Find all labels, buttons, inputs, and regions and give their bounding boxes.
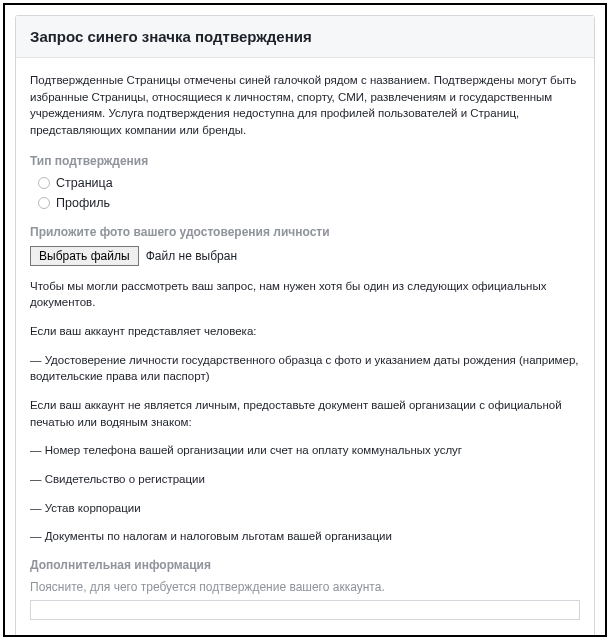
additional-hint: Поясните, для чего требуется подтвержден… [30,579,580,596]
verified-pages-link[interactable]: подтвержденных Страницах [102,636,254,637]
docs-org-heading: Если ваш аккаунт не является личным, пре… [30,397,580,430]
radio-option-profile[interactable]: Профиль [38,194,580,212]
more-info: Подробнее о подтвержденных Страницах. [30,634,580,637]
more-suffix: . [254,636,257,637]
attach-label: Приложите фото вашего удостоверения личн… [30,224,580,241]
verification-type-group: Страница Профиль [38,174,580,212]
choose-files-button[interactable]: Выбрать файлы [30,246,139,266]
file-row: Выбрать файлы Файл не выбран [30,246,580,266]
additional-info-input[interactable] [30,600,580,620]
docs-org-item: — Номер телефона вашей организации или с… [30,442,580,459]
radio-option-page[interactable]: Страница [38,174,580,192]
card-body: Подтвержденные Страницы отмечены синей г… [16,58,594,637]
file-status: Файл не выбран [146,249,237,263]
docs-need-text: Чтобы мы могли рассмотреть ваш запрос, н… [30,278,580,311]
verification-type-label: Тип подтверждения [30,153,580,170]
docs-org-item: — Свидетельство о регистрации [30,471,580,488]
intro-text: Подтвержденные Страницы отмечены синей г… [30,72,580,139]
card-header: Запрос синего значка подтверждения [16,16,594,58]
radio-label: Страница [56,174,113,192]
more-prefix: Подробнее о [30,636,102,637]
radio-icon [38,177,50,189]
verification-request-card: Запрос синего значка подтверждения Подтв… [15,15,595,637]
docs-personal-heading: Если ваш аккаунт представляет человека: [30,323,580,340]
page-title: Запрос синего значка подтверждения [30,28,580,45]
docs-org-item: — Документы по налогам и налоговым льгот… [30,528,580,545]
radio-icon [38,197,50,209]
additional-label: Дополнительная информация [30,557,580,574]
radio-label: Профиль [56,194,110,212]
docs-personal-item: — Удостоверение личности государственног… [30,352,580,385]
docs-org-item: — Устав корпорации [30,500,580,517]
